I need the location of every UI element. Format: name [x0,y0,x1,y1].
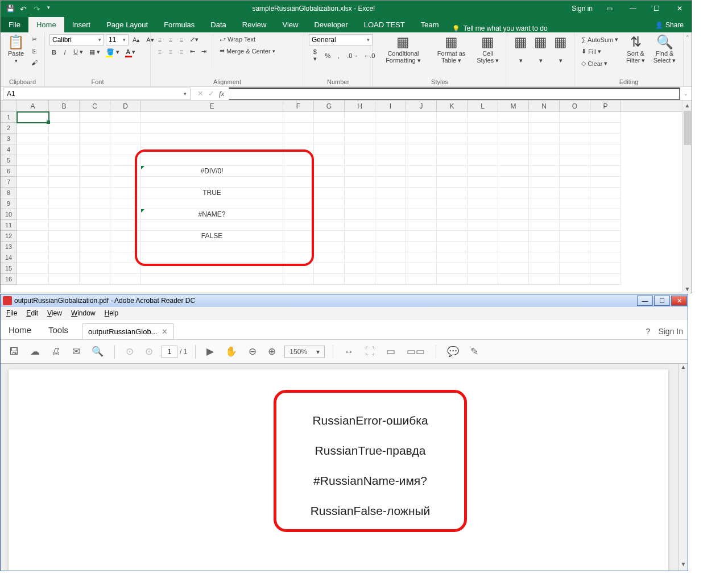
cell-P12[interactable] [590,231,621,242]
cell-C12[interactable] [80,231,110,242]
col-header-F[interactable]: F [283,101,314,111]
cell-O7[interactable] [560,177,590,188]
cell-K13[interactable] [437,242,468,252]
cell-M2[interactable] [498,123,529,134]
cell-G6[interactable] [314,166,345,177]
cell-O1[interactable] [560,112,590,123]
cell-O2[interactable] [560,123,590,134]
cell-L6[interactable] [468,166,498,177]
cell-D7[interactable] [110,177,141,188]
format-cells-button[interactable]: ▦▾ [552,34,569,65]
cell-B2[interactable] [49,123,80,134]
increase-decimal-icon[interactable]: .0→ [345,51,359,61]
align-center-icon[interactable]: ≡ [166,47,175,57]
cell-M8[interactable] [498,188,529,198]
cell-J2[interactable] [406,123,437,134]
cell-K11[interactable] [437,220,468,231]
cell-K6[interactable] [437,166,468,177]
cell-E16[interactable] [141,274,283,285]
row-header[interactable]: 8 [1,188,17,198]
cell-H14[interactable] [345,252,375,263]
cell-C9[interactable] [80,198,110,209]
cell-O3[interactable] [560,134,590,144]
cell-B16[interactable] [49,274,80,285]
cell-L3[interactable] [468,134,498,144]
col-header-H[interactable]: H [345,101,375,111]
cell-A12[interactable] [17,231,49,242]
cell-I7[interactable] [375,177,406,188]
orientation-icon[interactable]: ⤢▾ [188,34,201,45]
ribbon-display-icon[interactable]: ▭ [603,5,616,13]
cell-L13[interactable] [468,242,498,252]
cell-E12[interactable]: FALSE [141,231,283,242]
conditional-formatting-button[interactable]: ▦Conditional Formatting ▾ [377,34,429,65]
cell-O9[interactable] [560,198,590,209]
cell-B12[interactable] [49,231,80,242]
cell-P5[interactable] [590,155,621,166]
tab-view[interactable]: View [274,17,306,32]
cell-E7[interactable] [141,177,283,188]
col-header-B[interactable]: B [49,101,80,111]
cell-L7[interactable] [468,177,498,188]
cell-K1[interactable] [437,112,468,123]
cell-F5[interactable] [283,155,314,166]
cell-K3[interactable] [437,134,468,144]
tab-file[interactable]: File [1,17,28,32]
maximize-icon[interactable]: ☐ [650,5,663,13]
underline-button[interactable]: U ▾ [71,47,85,57]
qat-customize-icon[interactable]: ▾ [47,5,55,13]
cell-I13[interactable] [375,242,406,252]
cell-I14[interactable] [375,252,406,263]
view-mode-icon[interactable]: ▭ [383,344,398,359]
number-format-combo[interactable]: ▾ [309,34,373,45]
cell-L16[interactable] [468,274,498,285]
scroll-down-icon[interactable]: ▼ [682,284,692,294]
cell-E5[interactable] [141,155,283,166]
cell-L8[interactable] [468,188,498,198]
search-icon[interactable]: 🔍 [89,344,106,359]
col-header-L[interactable]: L [468,101,498,111]
cell-P13[interactable] [590,242,621,252]
minimize-icon[interactable]: — [626,5,640,13]
cell-H4[interactable] [345,144,375,155]
cell-D15[interactable] [110,263,141,274]
name-box[interactable]: ▾ [3,88,191,100]
fit-page-icon[interactable]: ⛶ [362,344,378,359]
cell-N8[interactable] [529,188,560,198]
cell-G8[interactable] [314,188,345,198]
cell-F1[interactable] [283,112,314,123]
fill-color-icon[interactable]: 🪣 ▾ [104,47,122,57]
cell-K5[interactable] [437,155,468,166]
signin-link[interactable]: Sign In [658,327,683,336]
align-bottom-icon[interactable]: ≡ [177,35,186,45]
cell-B10[interactable] [49,209,80,220]
cell-A15[interactable] [17,263,49,274]
cell-J7[interactable] [406,177,437,188]
row-header[interactable]: 13 [1,242,17,252]
fill-button[interactable]: ⬇ Fill ▾ [579,46,621,57]
row-header[interactable]: 3 [1,134,17,144]
cell-I1[interactable] [375,112,406,123]
row-header[interactable]: 9 [1,198,17,209]
cell-L1[interactable] [468,112,498,123]
increase-indent-icon[interactable]: ⇥ [199,46,209,57]
tab-developer[interactable]: Developer [306,17,355,32]
tab-tools[interactable]: Tools [45,321,72,339]
cell-M10[interactable] [498,209,529,220]
clear-button[interactable]: ◇ Clear ▾ [579,58,621,69]
cell-H12[interactable] [345,231,375,242]
cell-N1[interactable] [529,112,560,123]
row-header[interactable]: 7 [1,177,17,188]
cell-J12[interactable] [406,231,437,242]
cell-D3[interactable] [110,134,141,144]
print-icon[interactable]: 🖨 [48,344,64,359]
cell-H15[interactable] [345,263,375,274]
cell-C7[interactable] [80,177,110,188]
cell-H7[interactable] [345,177,375,188]
tab-page-layout[interactable]: Page Layout [98,17,156,32]
cell-O16[interactable] [560,274,590,285]
cell-B6[interactable] [49,166,80,177]
signin-link[interactable]: Sign in [572,5,593,13]
cell-M16[interactable] [498,274,529,285]
cell-C13[interactable] [80,242,110,252]
